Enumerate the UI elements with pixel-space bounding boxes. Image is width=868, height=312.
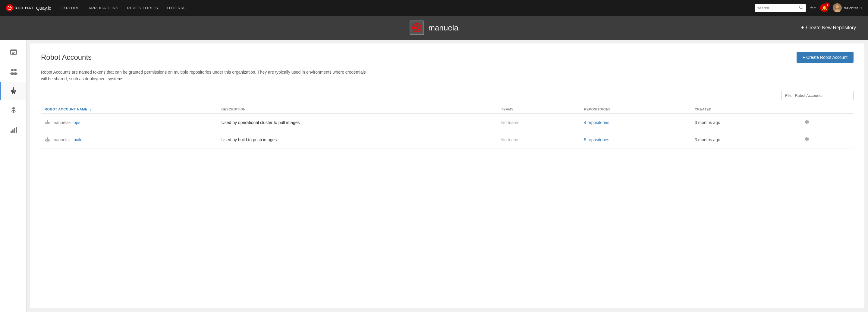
sidebar-item-repositories[interactable] — [0, 44, 26, 61]
svg-point-31 — [12, 107, 15, 110]
repo-icon — [9, 48, 18, 57]
robot-created-build: 3 months ago — [691, 131, 798, 148]
svg-line-2 — [802, 8, 803, 9]
svg-rect-46 — [45, 139, 49, 142]
robot-accounts-table: ROBOT ACCOUNT NAME ↓ DESCRIPTION TEAMS R… — [41, 105, 854, 148]
svg-rect-38 — [45, 122, 49, 124]
org-identity: manuela — [410, 21, 458, 35]
table-row: manuela+ops Used by operational cluster … — [41, 114, 854, 131]
search-box[interactable] — [755, 4, 806, 12]
col-robot-account-name[interactable]: ROBOT ACCOUNT NAME ↓ — [41, 105, 218, 114]
robot-description-ops: Used by operational cluster to pull imag… — [218, 114, 498, 131]
create-repo-plus-icon: + — [801, 24, 804, 31]
robot-repos-build: 5 repositories — [581, 131, 691, 148]
sidebar-item-robot-accounts[interactable] — [0, 82, 26, 100]
robot-name-cell-ops: manuela+ops — [41, 114, 218, 131]
svg-point-0 — [8, 6, 11, 10]
robot-name-bold-ops[interactable]: ops — [73, 120, 81, 125]
create-plus-button[interactable]: + ▾ — [810, 4, 816, 11]
svg-rect-27 — [11, 90, 12, 92]
nav-repositories[interactable]: REPOSITORIES — [127, 6, 158, 10]
svg-point-8 — [416, 27, 418, 29]
robot-name-cell-build: manuela+build — [41, 131, 218, 148]
svg-rect-15 — [12, 52, 16, 53]
col-repositories: REPOSITORIES — [581, 105, 691, 114]
notification-badge: 1 — [825, 2, 830, 7]
logs-icon — [9, 125, 18, 135]
robot-name-prefix-ops: manuela+ — [53, 120, 71, 125]
robot-repos-ops: 4 repositories — [581, 114, 691, 131]
robot-accounts-icon — [9, 86, 18, 96]
svg-point-17 — [11, 69, 13, 71]
search-input[interactable] — [757, 6, 797, 10]
brand-logo[interactable]: RED HAT Quay.io — [6, 4, 51, 11]
svg-rect-41 — [47, 121, 48, 122]
svg-rect-45 — [49, 122, 50, 124]
robot-icon-build — [44, 137, 50, 142]
org-icon — [410, 21, 424, 35]
robot-teams-ops: No teams — [498, 114, 580, 131]
org-name: manuela — [428, 23, 458, 33]
sidebar-item-default-permissions[interactable] — [0, 102, 26, 119]
col-created: CREATED — [691, 105, 798, 114]
page-header: Robot Accounts + Create Robot Account — [41, 52, 854, 63]
page-title: Robot Accounts — [41, 53, 92, 61]
settings-button-build[interactable] — [802, 136, 812, 144]
filter-row — [41, 91, 854, 100]
svg-rect-24 — [13, 88, 14, 90]
user-chevron-icon: ▾ — [861, 6, 862, 10]
main-layout: Robot Accounts + Create Robot Account Ro… — [0, 40, 868, 312]
svg-point-43 — [47, 120, 48, 121]
svg-rect-47 — [46, 140, 47, 141]
table-header-row: ROBOT ACCOUNT NAME ↓ DESCRIPTION TEAMS R… — [41, 105, 854, 114]
repo-link-build[interactable]: 5 repositories — [584, 137, 610, 142]
svg-rect-37 — [16, 127, 17, 133]
svg-rect-28 — [16, 90, 16, 92]
svg-rect-23 — [14, 90, 15, 91]
create-new-repository-button[interactable]: + Create New Repository — [801, 24, 856, 31]
svg-rect-30 — [14, 93, 15, 94]
redhat-circle-icon — [6, 4, 13, 11]
nav-tutorial[interactable]: TUTORIAL — [166, 6, 187, 10]
avatar — [833, 3, 842, 12]
robot-created-ops: 3 months ago — [691, 114, 798, 131]
sidebar-item-teams[interactable] — [0, 63, 26, 81]
create-robot-account-button[interactable]: + Create Robot Account — [797, 52, 854, 63]
nav-explore[interactable]: EXPLORE — [60, 6, 80, 10]
nav-applications[interactable]: APPLICATIONS — [88, 6, 119, 10]
svg-rect-48 — [48, 140, 49, 141]
svg-rect-40 — [48, 123, 49, 124]
settings-button-ops[interactable] — [802, 118, 812, 127]
svg-point-18 — [14, 69, 17, 71]
svg-point-4 — [836, 5, 839, 8]
top-navigation: RED HAT Quay.io EXPLORE APPLICATIONS REP… — [0, 0, 868, 16]
description-text: Robot Accounts are named tokens that can… — [41, 69, 373, 82]
svg-point-51 — [47, 137, 48, 138]
org-header: manuela + Create New Repository — [0, 16, 868, 40]
svg-rect-32 — [12, 110, 16, 111]
repo-link-ops[interactable]: 4 repositories — [584, 120, 610, 125]
robot-description-build: Used by build to push images — [218, 131, 498, 148]
col-teams: TEAMS — [498, 105, 580, 114]
filter-robot-accounts-input[interactable] — [781, 91, 854, 100]
svg-rect-16 — [12, 53, 14, 54]
svg-point-1 — [799, 6, 802, 8]
svg-rect-22 — [13, 90, 13, 91]
svg-point-20 — [13, 73, 18, 75]
topnav-right: + ▾ 🔔 1 wrichter ▾ — [755, 3, 862, 12]
robot-name-prefix-build: manuela+ — [53, 137, 71, 142]
svg-rect-29 — [12, 93, 13, 94]
main-content: Robot Accounts + Create Robot Account Ro… — [30, 44, 864, 308]
username-label: wrichter — [844, 6, 858, 10]
svg-rect-44 — [45, 122, 45, 124]
sidebar-item-usage-logs[interactable] — [0, 121, 26, 139]
user-menu[interactable]: wrichter ▾ — [833, 3, 862, 12]
search-icon — [799, 5, 803, 10]
svg-point-26 — [13, 87, 14, 88]
nav-links: EXPLORE APPLICATIONS REPOSITORIES TUTORI… — [60, 6, 745, 10]
sidebar — [0, 40, 27, 312]
robot-name-bold-build[interactable]: build — [73, 137, 83, 142]
plus-chevron-icon: ▾ — [814, 6, 816, 10]
col-description: DESCRIPTION — [218, 105, 498, 114]
svg-rect-49 — [47, 138, 48, 139]
